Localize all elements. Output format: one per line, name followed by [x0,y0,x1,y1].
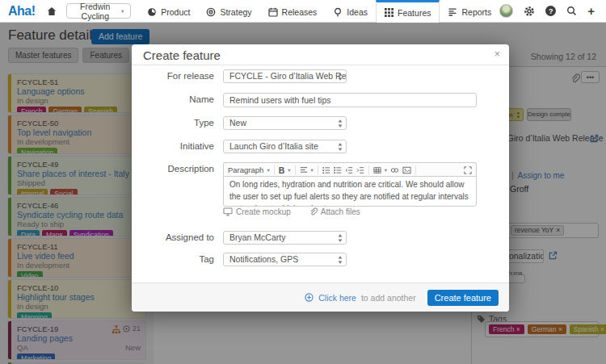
product-icon [147,7,157,17]
type-label: Type [132,118,214,128]
bullet-list-icon [322,166,330,174]
tab-features[interactable]: Features [376,0,440,23]
align-dropdown[interactable]: ▾ [296,165,318,175]
editor-toolbar: Paragraph▾ B▾ ▾ ▾ [223,162,477,177]
link-icon [390,166,399,174]
strategy-icon [206,7,216,17]
tab-strategy[interactable]: Strategy [198,0,259,23]
align-left-icon [300,166,308,174]
select-stepper-icon [338,73,343,81]
main-nav-tabs: Product Strategy Releases Ideas Features… [139,0,499,23]
image-icon [402,166,411,174]
mockup-icon [223,207,233,216]
add-another-link[interactable]: Click here [318,293,356,303]
gear-icon[interactable] [524,6,535,17]
attach-files-link[interactable]: Attach files [309,207,360,216]
modal-footer: Click here to add another Create feature [132,282,509,312]
expand-editor-button[interactable] [460,165,476,175]
tab-product[interactable]: Product [139,0,198,23]
caret-down-icon: ▾ [288,167,290,174]
modal-title: Create feature [132,44,509,65]
search-icon[interactable] [566,6,577,16]
name-input[interactable] [223,93,477,107]
create-feature-submit-button[interactable]: Create feature [427,290,499,306]
add-another-text: to add another [361,293,416,303]
numbered-list-icon [334,166,342,174]
select-stepper-icon [338,119,343,128]
tag-label: Tag [132,254,214,264]
bold-button[interactable]: B▾ [275,165,296,175]
list-buttons[interactable] [318,165,369,175]
create-feature-modal: Create feature × For release FCYCLE - Gi… [132,44,509,312]
tab-reports[interactable]: Reports [440,0,499,23]
caret-down-icon: ▾ [385,167,387,174]
tab-ideas[interactable]: Ideas [325,0,376,23]
assigned-to-label: Assigned to [132,232,214,242]
lightbulb-icon [333,7,343,17]
for-release-label: For release [132,71,214,81]
help-icon[interactable]: ? [545,6,556,16]
reports-icon [448,7,457,17]
grid-icon [385,8,393,17]
user-avatar[interactable] [499,4,513,18]
paragraph-style-dropdown[interactable]: Paragraph▾ [224,165,275,175]
paperclip-icon [309,207,318,216]
create-mockup-link[interactable]: Create mockup [223,207,291,216]
type-select[interactable]: New [223,116,347,130]
initiative-label: Initiative [132,141,214,151]
select-stepper-icon [338,143,343,151]
description-label: Description [132,164,214,174]
close-icon[interactable]: × [494,48,500,60]
name-label: Name [132,94,214,104]
top-nav: Aha! Fredwin Cycling ▾ Product Strategy … [0,0,606,23]
calendar-icon [268,7,278,17]
workspace-switcher[interactable]: Fredwin Cycling ▾ [66,3,132,19]
tab-releases[interactable]: Releases [260,0,326,23]
outdent-icon [345,166,353,174]
indent-icon [356,166,364,174]
nav-utilities: ? + [499,4,598,18]
table-icon [373,166,381,174]
home-icon[interactable] [47,6,57,16]
expand-icon [464,166,472,174]
circle-plus-icon[interactable] [305,293,314,302]
insert-buttons[interactable]: ▾ [369,165,416,175]
for-release-select[interactable]: FCYCLE - Giro d’Italia Web Release [223,69,347,83]
app-logo[interactable]: Aha! [8,4,36,19]
initiative-select[interactable]: Launch Giro d’Italia site [223,140,347,153]
add-icon[interactable]: + [587,5,595,17]
caret-down-icon: ▾ [267,167,269,174]
select-stepper-icon [338,234,343,242]
caret-down-icon: ▾ [311,167,314,174]
select-stepper-icon [338,256,343,264]
tag-select[interactable]: Notifications, GPS [223,253,347,266]
assigned-to-select[interactable]: Bryan McCarty [223,231,347,245]
description-editor[interactable]: On long rides, hydration and nutrition a… [223,176,477,207]
caret-down-icon: ▾ [121,8,124,15]
